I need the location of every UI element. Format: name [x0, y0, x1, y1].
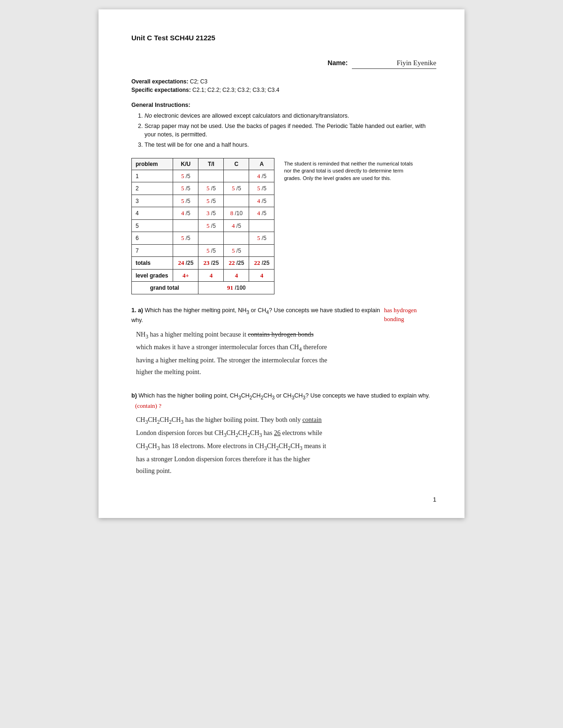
specific-expectations: Specific expectations: C2.1; C2.2; C2.3;…: [131, 86, 436, 94]
table-row: 7 5 /5 5 /5: [132, 244, 274, 257]
q1a-text: Which has the higher melting point, NH3 …: [131, 307, 380, 323]
q1a-answer: NH3 has a higher melting point because i…: [136, 329, 436, 378]
level-grades-row: level grades 4+ 4 4 4: [132, 269, 274, 282]
grand-total-row: grand total 91 /100: [132, 282, 274, 294]
instruction-2: Scrap paper may not be used. Use the bac…: [145, 122, 436, 140]
table-row: 2 5 /5 5 /5 5 /5 5 /5: [132, 182, 274, 195]
col-header-ti: T/I: [198, 158, 224, 170]
instructions-block: General Instructions: No electronic devi…: [131, 101, 436, 150]
page-number: 1: [433, 495, 436, 504]
table-row: 5 5 /5 4 /5: [132, 219, 274, 232]
name-label: Name:: [327, 59, 348, 67]
table-row: 4 4 /5 3 /5 8 /10 4 /5: [132, 207, 274, 220]
q1a-label: 1. a): [131, 307, 145, 314]
table-row: 1 5 /5 4 /5: [132, 170, 274, 182]
q1a-annotation: has hydrogen bonding: [384, 306, 436, 324]
instructions-title: General Instructions:: [131, 101, 436, 110]
student-name: Fiyin Eyenike: [352, 58, 436, 69]
name-line: Name: Fiyin Eyenike: [131, 58, 436, 69]
table-note: The student is reminded that neither the…: [284, 160, 415, 182]
overall-label: Overall expectations:: [131, 78, 188, 85]
col-header-c: C: [224, 158, 249, 170]
col-header-a: A: [249, 158, 274, 170]
q1a-header: 1. a) Which has the higher melting point…: [131, 306, 436, 325]
instructions-list: No electronic devices are allowed except…: [131, 112, 436, 150]
table-row: 3 5 /5 5 /5 4 /5: [132, 195, 274, 207]
totals-row: totals 24 /25 23 /25 22 /25 22 /25: [132, 257, 274, 270]
col-header-ku: K/U: [173, 158, 198, 170]
q1b-header: b) Which has the higher boiling point, C…: [131, 391, 436, 411]
overall-expectations: Overall expectations: C2; C3: [131, 77, 436, 86]
grade-section: problem K/U T/I C A 1 5 /5 4 /5 2 5 /5: [131, 158, 436, 294]
question-1a: 1. a) Which has the higher melting point…: [131, 306, 436, 378]
col-header-problem: problem: [132, 158, 173, 170]
table-row: 6 5 /5 5 /5: [132, 232, 274, 245]
q1b-label: b): [131, 392, 138, 399]
expectations-block: Overall expectations: C2; C3 Specific ex…: [131, 77, 436, 94]
instruction-1: No electronic devices are allowed except…: [145, 112, 436, 120]
specific-label: Specific expectations:: [131, 87, 191, 93]
page-title: Unit C Test SCH4U 21225: [131, 33, 436, 44]
q1b-answer: CH3CH2CH2CH3 has the higher boiling poin…: [136, 414, 436, 477]
instruction-3: The test will be for one and a half hour…: [145, 141, 436, 150]
q1b-annotation: (contain) ?: [135, 402, 161, 409]
test-page: Unit C Test SCH4U 21225 Name: Fiyin Eyen…: [99, 9, 464, 518]
question-1b: b) Which has the higher boiling point, C…: [131, 391, 436, 477]
grade-table: problem K/U T/I C A 1 5 /5 4 /5 2 5 /5: [131, 158, 274, 294]
overall-value: C2; C3: [190, 78, 207, 85]
specific-value: C2.1; C2.2; C2.3; C3.2; C3.3; C3.4: [192, 87, 279, 93]
q1b-text: Which has the higher boiling point, CH3C…: [138, 392, 430, 399]
